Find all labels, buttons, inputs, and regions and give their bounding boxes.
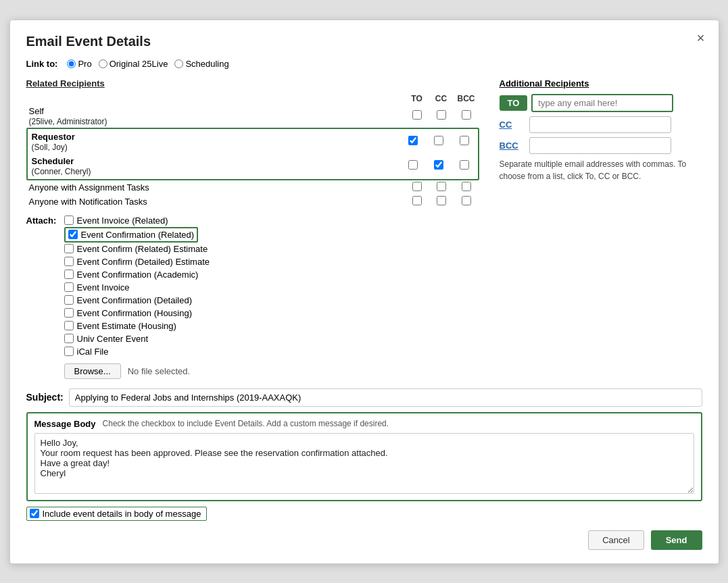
cancel-button[interactable]: Cancel	[588, 530, 644, 550]
attach-item-ical-file: iCal File	[64, 345, 479, 358]
email-event-dialog: × Email Event Details Link to: Pro Origi…	[9, 20, 719, 564]
scheduler-to-check[interactable]	[401, 155, 425, 178]
attach-section: Attach: Event Invoice (Related) Event Co…	[26, 214, 479, 379]
requestor-name: Requestor (Soll, Joy)	[29, 130, 399, 153]
additional-recipients-section: Additional Recipients TO CC BCC Separate…	[500, 78, 702, 379]
self-bcc-check[interactable]	[454, 105, 479, 128]
attach-item-event-estimate-housing: Event Estimate (Housing)	[64, 320, 479, 332]
requestor-bcc-check[interactable]	[452, 130, 477, 153]
attach-item-event-confirmation-housing: Event Confirmation (Housing)	[64, 307, 479, 320]
notification-bcc-check[interactable]	[454, 195, 479, 209]
browse-row: Browse... No file selected.	[64, 363, 479, 379]
notification-to-check[interactable]	[405, 195, 429, 209]
recipient-self-name: Self (25live, Administrator)	[26, 105, 405, 128]
cc-row: CC	[500, 116, 702, 133]
attach-checkbox-event-confirm-detailed-estimate[interactable]	[64, 257, 74, 266]
include-event-checkbox[interactable]	[30, 509, 39, 518]
subject-row: Subject:	[26, 388, 702, 407]
close-button[interactable]: ×	[697, 31, 705, 45]
attach-checkbox-event-confirmation-related[interactable]	[68, 230, 78, 239]
to-button[interactable]: TO	[500, 95, 528, 111]
self-cc-check[interactable]	[429, 105, 454, 128]
attach-item-event-confirmation-related: Event Confirmation (Related)	[64, 227, 199, 243]
attach-checkbox-ical-file[interactable]	[64, 347, 74, 356]
message-body-header: Message Body Check the checkbox to inclu…	[34, 419, 694, 429]
attach-checkbox-event-invoice-related[interactable]	[64, 216, 74, 225]
link-to-pro[interactable]: Pro	[67, 59, 91, 69]
attach-item-event-invoice-related: Event Invoice (Related)	[64, 214, 479, 227]
attach-items: Event Invoice (Related) Event Confirmati…	[64, 214, 479, 379]
attach-checkbox-event-confirm-related-estimate[interactable]	[64, 244, 74, 253]
include-event-label[interactable]: Include event details in body of message	[26, 507, 208, 521]
attach-item-event-confirmation-academic: Event Confirmation (Academic)	[64, 268, 479, 281]
bcc-label[interactable]: BCC	[500, 141, 525, 151]
table-row: Requestor (Soll, Joy)	[29, 130, 477, 153]
subject-input[interactable]	[69, 388, 702, 407]
recipients-hint: Separate multiple email addresses with c…	[500, 158, 702, 182]
scheduler-name: Scheduler (Conner, Cheryl)	[29, 155, 399, 178]
main-content-row: Related Recipients TO CC BCC Self	[26, 78, 702, 379]
table-row: Anyone with Notification Tasks	[26, 195, 479, 209]
attach-item-event-confirm-related-estimate: Event Confirm (Related) Estimate	[64, 243, 479, 255]
attach-label: Attach:	[26, 214, 64, 226]
assignment-to-check[interactable]	[405, 180, 429, 195]
no-file-text: No file selected.	[128, 366, 191, 376]
col-to-header: TO	[405, 93, 429, 105]
link-to-row: Link to: Pro Original 25Live Scheduling	[26, 59, 702, 69]
attach-checkbox-event-confirmation-detailed[interactable]	[64, 295, 74, 305]
include-event-row: Include event details in body of message	[26, 507, 702, 521]
dialog-title: Email Event Details	[26, 34, 702, 49]
requestor-cc-check[interactable]	[427, 130, 451, 153]
message-body-textarea[interactable]: Hello Joy, Your room request has been ap…	[34, 433, 694, 494]
related-recipients-title: Related Recipients	[26, 78, 479, 88]
bcc-row: BCC	[500, 137, 702, 154]
attach-checkbox-event-confirmation-housing[interactable]	[64, 308, 74, 318]
attach-item-univ-center-event: Univ Center Event	[64, 332, 479, 345]
col-bcc-header: BCC	[454, 93, 479, 105]
self-to-check[interactable]	[405, 105, 429, 128]
message-body-hint: Check the checkbox to include Event Deta…	[103, 419, 389, 428]
browse-button[interactable]: Browse...	[64, 363, 121, 379]
scheduler-bcc-check[interactable]	[452, 155, 477, 178]
link-to-scheduling[interactable]: Scheduling	[174, 59, 228, 69]
subject-label: Subject:	[26, 392, 64, 403]
notification-cc-check[interactable]	[429, 195, 454, 209]
scheduler-cc-check[interactable]	[427, 155, 451, 178]
requestor-to-check[interactable]	[401, 130, 425, 153]
attach-item-event-confirm-detailed-estimate: Event Confirm (Detailed) Estimate	[64, 255, 479, 268]
message-body-title: Message Body	[34, 419, 96, 429]
table-row: Anyone with Assignment Tasks	[26, 180, 479, 195]
assignment-cc-check[interactable]	[429, 180, 454, 195]
attach-checkbox-event-estimate-housing[interactable]	[64, 321, 74, 330]
additional-recipients-title: Additional Recipients	[500, 78, 702, 88]
to-row: TO	[500, 94, 702, 112]
attach-item-event-invoice: Event Invoice	[64, 281, 479, 294]
table-row: Requestor (Soll, Joy) Scheduler	[26, 128, 479, 180]
table-row: Self (25live, Administrator)	[26, 105, 479, 128]
cc-input[interactable]	[529, 116, 671, 133]
table-row: Scheduler (Conner, Cheryl)	[29, 155, 477, 178]
to-input[interactable]	[531, 94, 673, 112]
recipients-table: TO CC BCC Self (25live, Administrator)	[26, 93, 479, 209]
attach-checkbox-event-confirmation-academic[interactable]	[64, 270, 74, 279]
notification-tasks-name: Anyone with Notification Tasks	[26, 195, 405, 209]
attach-checkbox-event-invoice[interactable]	[64, 282, 74, 292]
bottom-buttons-row: Cancel Send	[26, 530, 702, 550]
col-cc-header: CC	[429, 93, 454, 105]
cc-label[interactable]: CC	[500, 120, 525, 130]
link-to-original[interactable]: Original 25Live	[99, 59, 168, 69]
assignment-tasks-name: Anyone with Assignment Tasks	[26, 180, 405, 195]
bcc-input[interactable]	[529, 137, 671, 154]
link-to-label: Link to:	[26, 59, 58, 69]
attach-item-event-confirmation-detailed: Event Confirmation (Detailed)	[64, 294, 479, 307]
message-body-section: Message Body Check the checkbox to inclu…	[26, 412, 702, 501]
requestor-scheduler-group: Requestor (Soll, Joy) Scheduler	[26, 128, 479, 180]
send-button[interactable]: Send	[651, 530, 702, 550]
assignment-bcc-check[interactable]	[454, 180, 479, 195]
attach-checkbox-univ-center-event[interactable]	[64, 334, 74, 343]
left-column: Related Recipients TO CC BCC Self	[26, 78, 479, 379]
